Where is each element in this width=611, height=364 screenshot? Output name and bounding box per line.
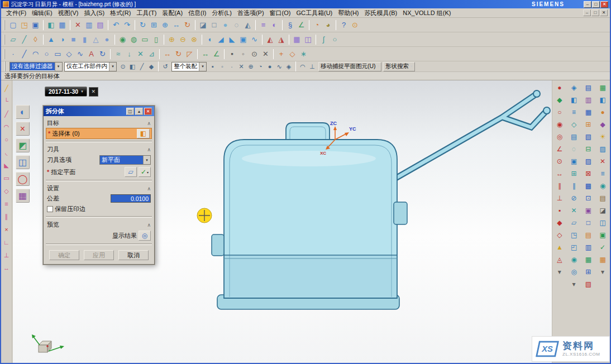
open-component-icon[interactable]: ◳ <box>569 230 579 240</box>
edit-background-icon[interactable]: ◕ <box>323 20 333 30</box>
hd3d-tool-icon[interactable]: ▣ <box>598 230 608 240</box>
direct-sketch-icon[interactable]: ╱ <box>2 84 11 93</box>
snap-point-on-curve-icon[interactable]: ∿ <box>275 62 284 71</box>
side-tool-3-icon[interactable]: ▦ <box>583 107 593 117</box>
left-clip[interactable] <box>212 234 224 256</box>
plane-dialog-button[interactable]: ▱ <box>125 167 137 177</box>
datum-csys-icon[interactable]: ∗ <box>298 49 309 59</box>
select-body-row[interactable]: * 选择体 (0) ◧ <box>46 128 152 139</box>
wcs-orient-icon[interactable]: ◇ <box>287 49 298 59</box>
select-body-icon[interactable]: ◧ <box>137 129 150 138</box>
dimension-icon[interactable]: ↔ <box>2 264 11 272</box>
snap-existing-point-icon[interactable]: ● <box>265 62 274 71</box>
sketch-polygon-icon[interactable]: ◇ <box>2 186 11 195</box>
menu-item-1[interactable]: 编辑(E) <box>29 8 55 18</box>
menu-item-10[interactable]: 窗口(O) <box>267 8 294 18</box>
extrude-icon[interactable]: ▲ <box>46 34 56 45</box>
refresh-icon[interactable]: ↻ <box>137 20 148 30</box>
fit-constraint-icon[interactable]: ◇ <box>555 230 565 240</box>
align-constraint-icon[interactable]: ◎ <box>555 132 565 142</box>
arc-icon[interactable]: ◠ <box>30 49 41 59</box>
dialog-pin-button[interactable]: ◫ <box>126 108 134 115</box>
toolbar-grip[interactable] <box>4 20 6 30</box>
snap-normal-icon[interactable]: ⊥ <box>308 62 317 71</box>
command-finder-icon[interactable]: ⊙ <box>350 20 360 30</box>
shell-icon[interactable]: ▣ <box>238 34 249 45</box>
shadow-icon[interactable]: ◪ <box>598 205 608 215</box>
open-icon[interactable]: ◳ <box>19 20 30 30</box>
snap-center-icon[interactable]: ⊙ <box>249 49 260 59</box>
rib-icon[interactable]: ▯ <box>151 34 161 45</box>
resize-blend-icon[interactable]: ◯ <box>16 172 30 186</box>
offset-curve-icon[interactable]: ≡ <box>2 199 11 208</box>
minimize-button[interactable]: – <box>584 1 591 8</box>
collapse-caret-icon[interactable]: ∧ <box>147 121 151 126</box>
close-component-icon[interactable]: ◰ <box>569 242 579 252</box>
distance-constraint-icon[interactable]: ↔ <box>555 169 565 179</box>
rectangle-icon[interactable]: ▭ <box>52 49 63 59</box>
measure-analysis-icon[interactable]: ∠ <box>296 20 307 30</box>
chevron-down-icon[interactable]: ▾ <box>143 156 150 164</box>
side-tool-5-icon[interactable]: ▧ <box>583 132 593 142</box>
mirror-feature-icon[interactable]: ◫ <box>303 34 313 45</box>
menu-item-2[interactable]: 视图(V) <box>55 8 82 18</box>
collapse-caret-icon[interactable]: ∧ <box>147 147 151 152</box>
snap-midpoint-icon[interactable]: ◦ <box>218 62 227 71</box>
mirror-curve-icon[interactable]: ∥ <box>2 212 11 221</box>
perpendicular-constraint-icon[interactable]: ⊥ <box>555 193 565 203</box>
pocket-icon[interactable]: ▭ <box>140 34 150 45</box>
maximize-button[interactable]: □ <box>592 1 600 8</box>
light-settings-icon[interactable]: ☀ <box>598 132 608 142</box>
cylinder-icon[interactable]: ▮ <box>79 34 90 45</box>
undo-icon[interactable]: ↶ <box>111 20 121 30</box>
snapshot-icon[interactable]: ◔ <box>312 20 322 30</box>
assembly-scope-combo[interactable]: 整个装配 ▾ <box>171 62 207 71</box>
helix-icon[interactable]: ↻ <box>97 49 108 59</box>
split-body-icon[interactable]: ◮ <box>276 34 287 45</box>
make-displayed-part-icon[interactable]: ◎ <box>569 267 579 277</box>
show-dof-icon[interactable]: ✕ <box>569 205 579 215</box>
close-button[interactable]: ✕ <box>600 1 608 8</box>
help-icon[interactable]: ? <box>338 20 349 30</box>
side-tool-15-icon[interactable]: ▦ <box>583 255 593 265</box>
scale-object-icon[interactable]: ◸ <box>184 49 195 59</box>
dialog-close-button[interactable]: ✕ <box>144 108 152 115</box>
edit-parameters-icon[interactable]: ◐ <box>16 105 30 119</box>
edit-section-icon[interactable]: ◧ <box>569 95 579 105</box>
plane-ok-button[interactable]: ✓ ▾ <box>139 167 151 177</box>
make-work-part-icon[interactable]: ◉ <box>569 255 579 265</box>
top-tab[interactable] <box>286 123 330 140</box>
product-outline-icon[interactable]: ▱ <box>569 218 579 228</box>
preview-group-header[interactable]: 预览 ∧ <box>46 219 152 229</box>
project-curve-icon[interactable]: ↓ <box>124 49 135 59</box>
sketch-icon[interactable]: ◊ <box>30 34 41 45</box>
side-tool-9-icon[interactable]: ▩ <box>583 181 593 191</box>
document-minimize-button[interactable]: – <box>583 9 591 16</box>
dialog-collapse-button[interactable]: ▴ <box>135 108 143 115</box>
hole-icon[interactable]: ◉ <box>117 34 128 45</box>
trimetric-view-icon[interactable]: ◪ <box>198 20 208 30</box>
assign-material-icon[interactable]: ◆ <box>598 119 608 130</box>
chamfer-icon[interactable]: ◢ <box>216 34 226 45</box>
snap-tangent-icon[interactable]: ◠ <box>298 62 307 71</box>
apply-button[interactable]: 应用 <box>84 250 114 260</box>
constraint-ring-icon[interactable]: ○ <box>555 107 565 117</box>
point-icon[interactable]: ∙ <box>8 49 18 59</box>
view-orient-icon[interactable]: ▦ <box>598 83 608 93</box>
select-body-icon[interactable]: ◆ <box>147 62 156 71</box>
move-object-icon[interactable]: ↔ <box>162 49 173 59</box>
unite-icon[interactable]: ⊕ <box>166 34 177 45</box>
quick-trim-icon[interactable]: × <box>2 225 11 234</box>
window-icon[interactable]: ▦ <box>57 20 68 30</box>
view-snapshot-icon[interactable]: ◧ <box>598 95 608 105</box>
revolve-icon[interactable]: ◑ <box>57 34 68 45</box>
pattern-face-icon[interactable]: ▦ <box>16 189 30 203</box>
snap-point-on-surface-icon[interactable]: ◈ <box>284 62 293 71</box>
toolbar-grip[interactable] <box>4 49 6 59</box>
block-icon[interactable]: ■ <box>68 34 79 45</box>
menu-item-13[interactable]: 苏氏模具(B) <box>362 8 400 18</box>
layer-settings-icon[interactable]: ≡ <box>258 20 269 30</box>
rotate-object-icon[interactable]: ↻ <box>173 49 184 59</box>
profile-icon[interactable]: └ <box>2 97 11 106</box>
make-corner-icon[interactable]: ∟ <box>2 238 11 247</box>
